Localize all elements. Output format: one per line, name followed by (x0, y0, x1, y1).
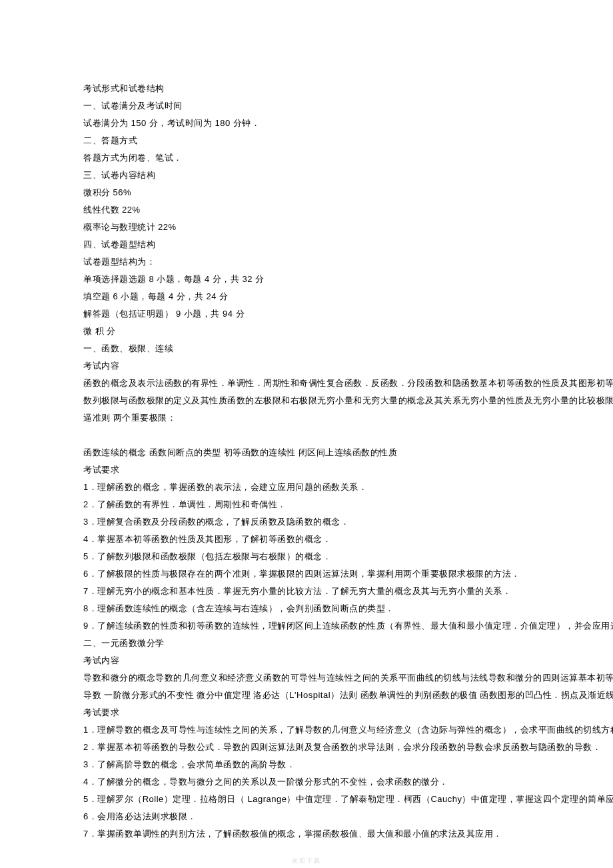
text-line: 二、一元函数微分学 (83, 635, 613, 652)
text-line: 数列极限与函数极限的定义及其性质函数的左极限和右极限无穷小量和无穷大量的概念及其… (83, 392, 613, 409)
text-line: 一、函数、极限、连续 (83, 340, 613, 357)
text-line: 1．理解导数的概念及可导性与连续性之间的关系，了解导数的几何意义与经济意义（含边… (83, 721, 613, 739)
text-line: 二、答题方式 (83, 132, 613, 149)
text-line (83, 427, 613, 444)
page-footer: 欢迎下载 (0, 855, 613, 867)
text-line: 函数连续的概念 函数间断点的类型 初等函数的连续性 闭区间上连续函数的性质 (83, 444, 613, 461)
text-line: 3．理解复合函数及分段函数的概念，了解反函数及隐函数的概念． (83, 513, 613, 531)
text-line: 导数 一阶微分形式的不变性 微分中值定理 洛必达（L'Hospital）法则 函… (83, 687, 613, 704)
text-line: 7．理解无穷小的概念和基本性质．掌握无穷小量的比较方法．了解无穷大量的概念及其与… (83, 583, 613, 600)
text-line: 四、试卷题型结构 (83, 236, 613, 253)
document-body: 考试形式和试卷结构一、试卷满分及考试时间试卷满分为 150 分，考试时间为 18… (83, 80, 613, 843)
text-line: 三、试卷内容结构 (83, 167, 613, 184)
text-line: 1．理解函数的概念，掌握函数的表示法，会建立应用问题的函数关系． (83, 479, 613, 496)
text-line: 8．理解函数连续性的概念（含左连续与右连续），会判别函数间断点的类型． (83, 600, 613, 617)
text-line: 6．了解极限的性质与极限存在的两个准则，掌握极限的四则运算法则，掌握利用两个重要… (83, 565, 613, 583)
document-page: 考试形式和试卷结构一、试卷满分及考试时间试卷满分为 150 分，考试时间为 18… (0, 0, 613, 868)
text-line: 微 积 分 (83, 323, 613, 340)
text-line: 考试形式和试卷结构 (83, 80, 613, 97)
text-line: 考试要求 (83, 461, 613, 479)
text-line: 逼准则 两个重要极限： (83, 409, 613, 427)
text-line: 概率论与数理统计 22% (83, 219, 613, 236)
text-line: 5．理解罗尔（Rolle）定理．拉格朗日（ Lagrange）中值定理．了解泰勒… (83, 791, 613, 808)
text-line: 4．了解微分的概念，导数与微分之间的关系以及一阶微分形式的不变性，会求函数的微分… (83, 773, 613, 791)
text-line: 考试内容 (83, 357, 613, 375)
text-line: 填空题 6 小题，每题 4 分，共 24 分 (83, 288, 613, 305)
text-line: 6．会用洛必达法则求极限． (83, 808, 613, 825)
text-line: 单项选择题选题 8 小题，每题 4 分，共 32 分 (83, 271, 613, 288)
text-line: 微积分 56% (83, 184, 613, 201)
text-line: 2．掌握基本初等函数的导数公式．导数的四则运算法则及复合函数的求导法则，会求分段… (83, 739, 613, 756)
text-line: 3．了解高阶导数的概念，会求简单函数的高阶导数． (83, 756, 613, 773)
text-line: 2．了解函数的有界性．单调性．周期性和奇偶性． (83, 496, 613, 513)
text-line: 导数和微分的概念导数的几何意义和经济意义函数的可导性与连续性之间的关系平面曲线的… (83, 669, 613, 687)
text-line: 4．掌握基本初等函数的性质及其图形，了解初等函数的概念． (83, 531, 613, 548)
text-line: 试卷题型结构为： (83, 253, 613, 271)
text-line: 答题方式为闭卷、笔试． (83, 149, 613, 167)
text-line: 7．掌握函数单调性的判别方法，了解函数极值的概念，掌握函数极值、最大值和最小值的… (83, 825, 613, 843)
text-line: 5．了解数列极限和函数极限（包括左极限与右极限）的概念． (83, 548, 613, 565)
text-line: 试卷满分为 150 分，考试时间为 180 分钟． (83, 115, 613, 132)
text-line: 考试要求 (83, 704, 613, 721)
text-line: 线性代数 22% (83, 201, 613, 219)
text-line: 函数的概念及表示法函数的有界性．单调性．周期性和奇偶性复合函数．反函数．分段函数… (83, 375, 613, 392)
text-line: 一、试卷满分及考试时间 (83, 97, 613, 115)
text-line: 考试内容 (83, 652, 613, 669)
text-line: 解答题（包括证明题） 9 小题，共 94 分 (83, 305, 613, 323)
text-line: 9．了解连续函数的性质和初等函数的连续性，理解闭区间上连续函数的性质（有界性、最… (83, 617, 613, 635)
